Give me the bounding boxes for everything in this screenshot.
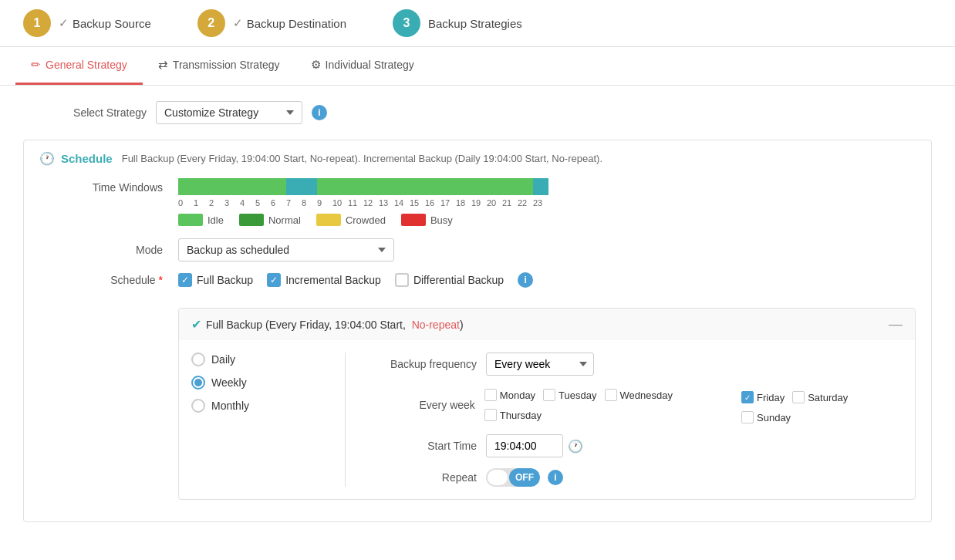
legend-idle-label: Idle bbox=[208, 214, 224, 226]
backup-frequency-select[interactable]: Every week bbox=[486, 353, 594, 376]
backup-frequency-value: Every week bbox=[486, 353, 594, 376]
radio-monthly[interactable]: Monthly bbox=[191, 399, 329, 413]
strategy-select[interactable]: Customize Strategy bbox=[156, 101, 302, 124]
tw-segment-14 bbox=[394, 178, 410, 195]
day-wednesday-box[interactable] bbox=[605, 389, 617, 401]
individual-icon: ⚙ bbox=[311, 58, 321, 72]
step-3-circle: 3 bbox=[393, 9, 420, 37]
schedule-check-row: Schedule * Full Backup Incremental Backu… bbox=[39, 272, 916, 288]
day-friday[interactable]: Friday bbox=[741, 391, 785, 403]
repeat-info-icon[interactable]: i bbox=[548, 470, 563, 485]
backup-frequency-row: Backup frequency Every week bbox=[369, 353, 903, 376]
day-monday-box[interactable] bbox=[484, 389, 497, 401]
day-tuesday[interactable]: Tuesday bbox=[543, 389, 596, 401]
tw-num-1: 1 bbox=[194, 198, 209, 207]
step-3: 3 Backup Strategies bbox=[393, 9, 522, 37]
expand-collapse-button[interactable]: — bbox=[889, 316, 903, 332]
expand-body: Daily Weekly Monthly bbox=[179, 340, 915, 499]
time-windows-label: Time Windows bbox=[39, 178, 178, 194]
days-checkboxes: Monday Tuesday Wednesday bbox=[484, 389, 734, 421]
step-3-text: Backup Strategies bbox=[428, 17, 522, 30]
every-week-row: Every week Monday Tuesday bbox=[369, 386, 903, 423]
day-sunday-box[interactable] bbox=[741, 411, 754, 423]
day-saturday[interactable]: Saturday bbox=[792, 391, 848, 403]
repeat-row: Repeat OFF i bbox=[369, 468, 903, 487]
every-week-days: Monday Tuesday Wednesday bbox=[484, 386, 903, 423]
day-monday[interactable]: Monday bbox=[484, 389, 535, 401]
tw-segment-10 bbox=[332, 178, 348, 195]
day-wednesday[interactable]: Wednesday bbox=[605, 389, 673, 401]
day-friday-box[interactable] bbox=[741, 391, 754, 403]
day-sunday-label: Sunday bbox=[757, 412, 791, 423]
start-time-row: Start Time 🕐 bbox=[369, 434, 903, 457]
check-full-backup-box[interactable] bbox=[178, 273, 192, 287]
day-saturday-box[interactable] bbox=[792, 391, 805, 403]
day-saturday-label: Saturday bbox=[808, 392, 848, 403]
start-time-input[interactable] bbox=[486, 434, 563, 457]
tw-num-15: 15 bbox=[410, 198, 425, 207]
day-thursday[interactable]: Thursday bbox=[484, 409, 542, 421]
tw-num-0: 0 bbox=[178, 198, 194, 207]
check-incremental-backup-box[interactable] bbox=[267, 273, 281, 287]
step-2: 2 ✓ Backup Destination bbox=[197, 9, 346, 37]
check-differential-backup-label: Differential Backup bbox=[413, 274, 504, 286]
tw-num-4: 4 bbox=[240, 198, 255, 207]
tw-num-11: 11 bbox=[348, 198, 363, 207]
tw-segment-19 bbox=[471, 178, 487, 195]
expand-right: Backup frequency Every week Every week bbox=[346, 353, 903, 487]
radio-daily-label: Daily bbox=[211, 353, 235, 366]
step-1: 1 ✓ Backup Source bbox=[23, 9, 151, 37]
expand-title: ✔ Full Backup (Every Friday, 19:04:00 St… bbox=[191, 317, 464, 332]
tab-individual[interactable]: ⚙ Individual Strategy bbox=[295, 47, 430, 85]
tw-num-9: 9 bbox=[317, 198, 332, 207]
repeat-value: OFF i bbox=[486, 468, 563, 487]
radio-monthly-circle[interactable] bbox=[191, 399, 205, 413]
radio-weekly-circle[interactable] bbox=[191, 376, 205, 390]
day-sunday[interactable]: Sunday bbox=[741, 411, 791, 423]
legend-normal-label: Normal bbox=[268, 214, 301, 226]
tw-segment-2 bbox=[209, 178, 224, 195]
tw-num-19: 19 bbox=[471, 198, 487, 207]
tw-segment-5 bbox=[255, 178, 271, 195]
legend-busy-color bbox=[401, 214, 426, 226]
day-thursday-box[interactable] bbox=[484, 409, 497, 421]
radio-daily-circle[interactable] bbox=[191, 353, 205, 366]
tw-num-3: 3 bbox=[224, 198, 240, 207]
tw-segment-11 bbox=[348, 178, 363, 195]
day-thursday-label: Thursday bbox=[500, 410, 542, 421]
expand-header: ✔ Full Backup (Every Friday, 19:04:00 St… bbox=[179, 309, 915, 340]
step-2-check: ✓ bbox=[233, 16, 243, 30]
tab-individual-label: Individual Strategy bbox=[326, 59, 414, 71]
legend-idle: Idle bbox=[178, 214, 224, 226]
strategy-row: Select Strategy Customize Strategy i bbox=[23, 101, 932, 124]
check-full-backup[interactable]: Full Backup bbox=[178, 273, 253, 287]
expand-highlight: No-repeat bbox=[412, 319, 460, 331]
full-backup-expand-row: ✔ Full Backup (Every Friday, 19:04:00 St… bbox=[39, 299, 916, 500]
repeat-toggle[interactable]: OFF bbox=[486, 468, 540, 487]
radio-weekly[interactable]: Weekly bbox=[191, 376, 329, 390]
radio-daily[interactable]: Daily bbox=[191, 353, 329, 366]
tabs-bar: ✏ General Strategy ⇄ Transmission Strate… bbox=[0, 47, 955, 86]
step-1-check: ✓ bbox=[59, 16, 69, 30]
mode-select[interactable]: Backup as scheduled bbox=[178, 238, 394, 261]
tw-segment-8 bbox=[302, 178, 317, 195]
tw-segment-23 bbox=[533, 178, 548, 195]
step-1-text: Backup Source bbox=[73, 17, 151, 30]
day-tuesday-box[interactable] bbox=[543, 389, 555, 401]
mode-row: Mode Backup as scheduled bbox=[39, 238, 916, 261]
expand-check-icon: ✔ bbox=[191, 317, 201, 332]
schedule-info-icon[interactable]: i bbox=[518, 272, 533, 288]
time-windows-numbers: 01234567891011121314151617181920212223 bbox=[178, 198, 548, 207]
tab-general[interactable]: ✏ General Strategy bbox=[15, 47, 143, 85]
step-2-text: Backup Destination bbox=[247, 17, 346, 30]
time-windows-row: Time Windows 012345678910111213141516171… bbox=[39, 178, 916, 226]
step-3-label: Backup Strategies bbox=[428, 17, 522, 30]
check-incremental-backup[interactable]: Incremental Backup bbox=[267, 273, 381, 287]
check-differential-backup-box[interactable] bbox=[395, 273, 409, 287]
tab-transmission[interactable]: ⇄ Transmission Strategy bbox=[143, 47, 295, 85]
check-differential-backup[interactable]: Differential Backup bbox=[395, 273, 504, 287]
strategy-info-icon[interactable]: i bbox=[312, 105, 327, 120]
repeat-toggle-track[interactable]: OFF bbox=[486, 468, 540, 487]
tw-num-7: 7 bbox=[286, 198, 302, 207]
tw-num-6: 6 bbox=[271, 198, 286, 207]
